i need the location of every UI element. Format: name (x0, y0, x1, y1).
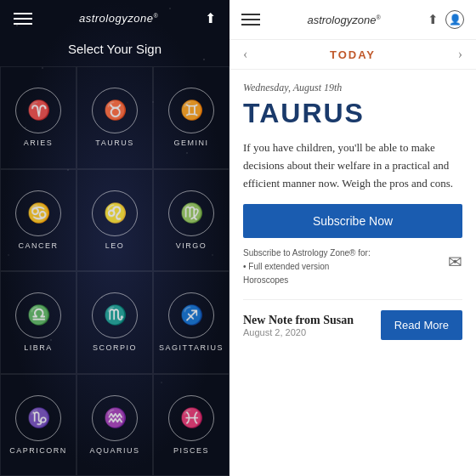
gemini-symbol: ♊ (168, 88, 214, 133)
today-label[interactable]: TODAY (330, 48, 376, 61)
subscribe-item-horoscopes: Horoscopes (243, 274, 439, 287)
sign-cell-virgo[interactable]: ♍VIRGO (153, 169, 230, 272)
subscribe-intro: Subscribe to Astrology Zone® for: (243, 246, 439, 260)
new-note-title: New Note from Susan (243, 314, 381, 327)
new-note-section: New Note from Susan August 2, 2020 Read … (243, 299, 462, 340)
sign-cell-cancer[interactable]: ♋CANCER (0, 169, 76, 272)
left-header: astrologyzone® ⬆ (0, 0, 230, 37)
virgo-symbol: ♍ (168, 190, 214, 236)
content-area: Wednesday, August 19th TAURUS If you hav… (230, 70, 476, 476)
right-hamburger-icon[interactable] (241, 14, 260, 26)
prev-day-button[interactable]: ‹ (243, 47, 247, 62)
sign-cell-leo[interactable]: ♌LEO (76, 169, 153, 272)
aries-symbol: ♈ (15, 88, 61, 133)
select-sign-title: Select Your Sign (0, 37, 230, 66)
libra-symbol: ♎ (15, 292, 61, 338)
sign-cell-pisces[interactable]: ♓PISCES (153, 374, 230, 477)
subscribe-button[interactable]: Subscribe Now (243, 204, 462, 238)
capricorn-label: CAPRICORN (9, 446, 67, 455)
new-note-date: August 2, 2020 (243, 327, 381, 337)
aquarius-label: AQUARIUS (89, 446, 139, 455)
scorpio-symbol: ♏ (92, 292, 138, 338)
horoscope-text: If you have children, you'll be able to … (243, 139, 462, 192)
subscribe-info: Subscribe to Astrology Zone® for: • Full… (243, 246, 462, 287)
pisces-label: PISCES (173, 446, 209, 455)
sagittarius-symbol: ♐ (168, 292, 214, 338)
right-panel: astrologyzone® ⬆ 👤 ‹ TODAY › Wednesday, … (230, 0, 476, 476)
nav-bar: ‹ TODAY › (230, 40, 476, 70)
leo-label: LEO (105, 241, 125, 250)
envelope-icon: ✉ (448, 248, 462, 275)
user-profile-icon[interactable]: 👤 (445, 10, 464, 29)
aquarius-symbol: ♒ (92, 395, 138, 441)
right-header: astrologyzone® ⬆ 👤 (230, 0, 476, 40)
sign-cell-scorpio[interactable]: ♏SCORPIO (76, 271, 153, 374)
libra-label: LIBRA (24, 343, 53, 352)
hamburger-menu-icon[interactable] (14, 13, 32, 25)
share-icon[interactable]: ⬆ (205, 10, 216, 26)
right-logo: astrologyzone® (307, 14, 380, 26)
scorpio-label: SCORPIO (93, 343, 137, 352)
sign-cell-sagittarius[interactable]: ♐SAGITTARIUS (153, 271, 230, 374)
sign-cell-aries[interactable]: ♈ARIES (0, 66, 76, 169)
sign-cell-gemini[interactable]: ♊GEMINI (153, 66, 230, 169)
left-panel: astrologyzone® ⬆ Select Your Sign ♈ARIES… (0, 0, 230, 476)
read-more-button[interactable]: Read More (381, 310, 462, 340)
horoscope-date: Wednesday, August 19th (243, 82, 462, 94)
pisces-symbol: ♓ (168, 395, 214, 441)
capricorn-symbol: ♑ (15, 395, 61, 441)
sign-cell-capricorn[interactable]: ♑CAPRICORN (0, 374, 76, 477)
sign-cell-aquarius[interactable]: ♒AQUARIUS (76, 374, 153, 477)
leo-symbol: ♌ (92, 190, 138, 236)
aries-label: ARIES (24, 139, 54, 147)
gemini-label: GEMINI (173, 139, 208, 147)
taurus-label: TAURUS (95, 139, 133, 147)
cancer-label: CANCER (18, 241, 58, 250)
cancer-symbol: ♋ (15, 190, 61, 236)
next-day-button[interactable]: › (458, 47, 462, 62)
horoscope-sign: TAURUS (243, 98, 462, 129)
virgo-label: VIRGO (176, 241, 207, 250)
taurus-symbol: ♉ (92, 88, 138, 133)
right-share-icon[interactable]: ⬆ (428, 12, 439, 27)
left-logo: astrologyzone® (79, 12, 158, 25)
subscribe-item-extended: • Full extended version (243, 260, 439, 274)
signs-grid: ♈ARIES♉TAURUS♊GEMINI♋CANCER♌LEO♍VIRGO♎LI… (0, 66, 230, 476)
sign-cell-taurus[interactable]: ♉TAURUS (76, 66, 153, 169)
sagittarius-label: SAGITTARIUS (159, 343, 224, 352)
right-header-actions: ⬆ 👤 (428, 10, 464, 29)
sign-cell-libra[interactable]: ♎LIBRA (0, 271, 76, 374)
